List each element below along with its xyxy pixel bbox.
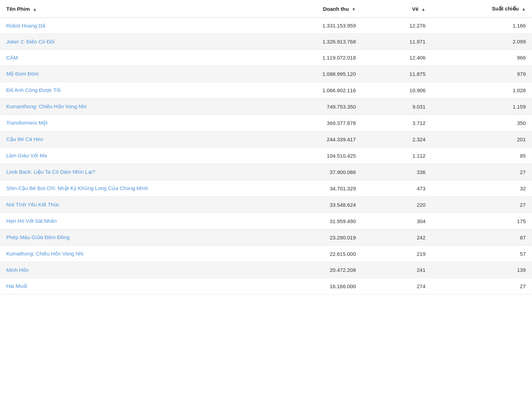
ve-cell: 10.906: [362, 82, 432, 98]
film-name-cell[interactable]: CÁM: [0, 50, 265, 66]
film-name-cell[interactable]: Shin Cậu Bé Bút Chì: Nhật Ký Khủng Long …: [0, 180, 265, 197]
suat-chieu-cell: 27: [432, 278, 532, 294]
col-header-suat-chieu[interactable]: Suất chiếu ▲: [432, 0, 532, 18]
table-row: CÁM1.119.072.01812.406966: [0, 50, 532, 66]
doanh-thu-cell: 33.548.624: [265, 197, 362, 213]
doanh-thu-cell: 104.510.425: [265, 148, 362, 164]
film-name-cell[interactable]: Đố Anh Còng Được Tôi: [0, 82, 265, 98]
ve-cell: 304: [362, 213, 432, 229]
suat-chieu-cell: 57: [432, 246, 532, 262]
doanh-thu-cell: 1.119.072.018: [265, 50, 362, 66]
table-row: Nơi Tình Yêu Kết Thúc33.548.62422027: [0, 197, 532, 213]
ve-cell: 9.031: [362, 98, 432, 115]
col-label-doanh-thu: Doanh thu: [323, 6, 349, 12]
film-name-cell[interactable]: Kumanthong: Chiêu Hồn Vong Nhi: [0, 98, 265, 115]
doanh-thu-cell: 22.615.000: [265, 246, 362, 262]
suat-chieu-cell: 966: [432, 50, 532, 66]
table-row: Mộ Đom Đóm1.088.995.12011.875979: [0, 66, 532, 82]
table-row: Transformers Một369.377.8783.712350: [0, 115, 532, 131]
suat-chieu-cell: 85: [432, 148, 532, 164]
film-name-cell[interactable]: Mộ Đom Đóm: [0, 66, 265, 82]
doanh-thu-cell: 369.377.878: [265, 115, 362, 131]
table-row: Joker 2: Điên Có Đôi1.326.913.76811.9712…: [0, 34, 532, 50]
ve-cell: 11.875: [362, 66, 432, 82]
suat-chieu-cell: 350: [432, 115, 532, 131]
film-name-cell[interactable]: Hai Muối: [0, 278, 265, 294]
film-name-cell[interactable]: Joker 2: Điên Có Đôi: [0, 34, 265, 50]
doanh-thu-cell: 34.701.329: [265, 180, 362, 197]
ve-cell: 274: [362, 278, 432, 294]
doanh-thu-cell: 1.331.153.959: [265, 18, 362, 34]
col-label-suat-chieu: Suất chiếu: [492, 6, 519, 11]
table-row: Cậu Bé Cá Heo244.339.4172.324201: [0, 131, 532, 148]
doanh-thu-cell: 23.290.019: [265, 229, 362, 246]
table-row: Minh Hôn20.472.208241139: [0, 262, 532, 278]
ve-cell: 242: [362, 229, 432, 246]
film-name-cell[interactable]: Nơi Tình Yêu Kết Thúc: [0, 197, 265, 213]
suat-chieu-cell: 1.166: [432, 18, 532, 34]
suat-chieu-cell: 979: [432, 66, 532, 82]
sort-icon-ve: ▲: [421, 7, 425, 12]
table-row: Phép Màu Giữa Đêm Đông23.290.01924287: [0, 229, 532, 246]
col-header-doanh-thu[interactable]: Doanh thu ▼: [265, 0, 362, 18]
doanh-thu-cell: 1.088.995.120: [265, 66, 362, 82]
table-row: Đố Anh Còng Được Tôi1.066.602.11610.9061…: [0, 82, 532, 98]
doanh-thu-cell: 749.753.350: [265, 98, 362, 115]
film-name-cell[interactable]: Transformers Một: [0, 115, 265, 131]
doanh-thu-cell: 16.166.000: [265, 278, 362, 294]
film-name-cell[interactable]: Làm Giàu Với Ma: [0, 148, 265, 164]
ve-cell: 336: [362, 164, 432, 180]
doanh-thu-cell: 20.472.208: [265, 262, 362, 278]
table-row: Làm Giàu Với Ma104.510.4251.11285: [0, 148, 532, 164]
col-header-ten-phim[interactable]: Tên Phim ▲: [0, 0, 265, 18]
film-name-cell[interactable]: Robot Hoang Dã: [0, 18, 265, 34]
table-row: Look Back: Liệu Ta Có Dám Nhìn Lại?37.90…: [0, 164, 532, 180]
suat-chieu-cell: 201: [432, 131, 532, 148]
sort-icon-doanh-thu: ▼: [352, 7, 356, 12]
ve-cell: 473: [362, 180, 432, 197]
suat-chieu-cell: 87: [432, 229, 532, 246]
doanh-thu-cell: 31.959.490: [265, 213, 362, 229]
table-row: Kumathong: Chiêu Hồn Vong Nhi22.615.0002…: [0, 246, 532, 262]
table-row: Kumanthong: Chiêu Hồn Vong Nhi749.753.35…: [0, 98, 532, 115]
film-name-cell[interactable]: Phép Màu Giữa Đêm Đông: [0, 229, 265, 246]
suat-chieu-cell: 1.028: [432, 82, 532, 98]
sort-icon-suat-chieu: ▲: [522, 7, 526, 11]
col-header-ve[interactable]: Vé ▲: [362, 0, 432, 18]
film-name-cell[interactable]: Look Back: Liệu Ta Có Dám Nhìn Lại?: [0, 164, 265, 180]
sort-icon-ten-phim: ▲: [33, 7, 37, 12]
table-row: Shin Cậu Bé Bút Chì: Nhật Ký Khủng Long …: [0, 180, 532, 197]
ve-cell: 241: [362, 262, 432, 278]
ve-cell: 1.112: [362, 148, 432, 164]
ve-cell: 11.971: [362, 34, 432, 50]
ve-cell: 220: [362, 197, 432, 213]
doanh-thu-cell: 37.900.086: [265, 164, 362, 180]
doanh-thu-cell: 1.326.913.768: [265, 34, 362, 50]
table-row: Hẹn Hò Với Sát Nhân31.959.490304175: [0, 213, 532, 229]
film-table: Tên Phim ▲ Doanh thu ▼ Vé ▲ Suất chiếu ▲…: [0, 0, 532, 294]
film-name-cell[interactable]: Minh Hôn: [0, 262, 265, 278]
suat-chieu-cell: 139: [432, 262, 532, 278]
suat-chieu-cell: 27: [432, 164, 532, 180]
suat-chieu-cell: 175: [432, 213, 532, 229]
film-name-cell[interactable]: Hẹn Hò Với Sát Nhân: [0, 213, 265, 229]
suat-chieu-cell: 2.099: [432, 34, 532, 50]
col-label-ten-phim: Tên Phim: [6, 6, 30, 12]
ve-cell: 219: [362, 246, 432, 262]
film-name-cell[interactable]: Cậu Bé Cá Heo: [0, 131, 265, 148]
doanh-thu-cell: 1.066.602.116: [265, 82, 362, 98]
table-row: Robot Hoang Dã1.331.153.95912.2761.166: [0, 18, 532, 34]
suat-chieu-cell: 27: [432, 197, 532, 213]
film-name-cell[interactable]: Kumathong: Chiêu Hồn Vong Nhi: [0, 246, 265, 262]
doanh-thu-cell: 244.339.417: [265, 131, 362, 148]
suat-chieu-cell: 32: [432, 180, 532, 197]
ve-cell: 12.276: [362, 18, 432, 34]
col-label-ve: Vé: [412, 6, 418, 12]
table-row: Hai Muối16.166.00027427: [0, 278, 532, 294]
suat-chieu-cell: 1.159: [432, 98, 532, 115]
ve-cell: 2.324: [362, 131, 432, 148]
ve-cell: 12.406: [362, 50, 432, 66]
table-header-row: Tên Phim ▲ Doanh thu ▼ Vé ▲ Suất chiếu ▲: [0, 0, 532, 18]
ve-cell: 3.712: [362, 115, 432, 131]
main-table-container: Tên Phim ▲ Doanh thu ▼ Vé ▲ Suất chiếu ▲…: [0, 0, 532, 394]
